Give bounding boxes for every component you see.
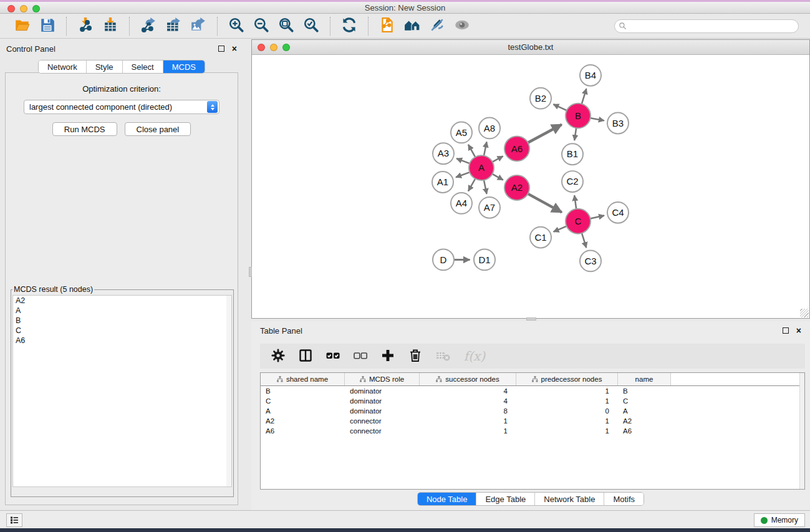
table-row-c[interactable]: Cdominator41C bbox=[261, 396, 804, 406]
cell-successor-nodes[interactable]: 8 bbox=[420, 406, 516, 416]
table-scrollbar[interactable] bbox=[799, 373, 804, 489]
edge-A-A3[interactable] bbox=[456, 158, 470, 163]
graph-node-D[interactable]: D bbox=[433, 249, 454, 271]
show-all-button[interactable] bbox=[452, 16, 472, 36]
edge-B-B2[interactable] bbox=[553, 104, 566, 110]
edge-C-C2[interactable] bbox=[574, 195, 576, 209]
refresh-layout-button[interactable] bbox=[339, 16, 359, 36]
open-file-button[interactable] bbox=[12, 16, 32, 36]
graph-node-A4[interactable]: A4 bbox=[451, 193, 472, 214]
delete-column-button[interactable] bbox=[406, 347, 425, 365]
cell-MCDS-role[interactable]: dominator bbox=[345, 406, 420, 416]
zoom-in-button[interactable] bbox=[226, 16, 246, 36]
edge-A-A8[interactable] bbox=[484, 142, 487, 155]
export-image-button[interactable] bbox=[188, 16, 208, 36]
graph-node-A5[interactable]: A5 bbox=[451, 122, 472, 143]
import-network-button[interactable] bbox=[75, 16, 95, 36]
cell-predecessor-nodes[interactable]: 1 bbox=[516, 426, 618, 436]
table-close-panel-icon[interactable]: × bbox=[796, 327, 801, 334]
export-table-button[interactable] bbox=[163, 16, 183, 36]
split-view-button[interactable] bbox=[296, 347, 315, 365]
cell-successor-nodes[interactable]: 1 bbox=[420, 416, 516, 426]
graph-node-B[interactable]: B bbox=[566, 104, 591, 128]
cell-shared-name[interactable]: B bbox=[261, 386, 345, 396]
zoom-selected-button[interactable] bbox=[301, 16, 321, 36]
hide-selected-button[interactable] bbox=[427, 16, 447, 36]
network-graph[interactable]: B4B2BB3A5A8A6B1A3AC2A1A2A4A7C4CC1DD1C3 bbox=[252, 56, 809, 318]
import-table-button[interactable] bbox=[100, 16, 120, 36]
graph-node-D1[interactable]: D1 bbox=[474, 249, 495, 271]
result-item-b[interactable]: B bbox=[13, 316, 231, 326]
cell-predecessor-nodes[interactable]: 1 bbox=[516, 386, 618, 396]
zoom-window-button[interactable] bbox=[32, 5, 40, 12]
graph-node-A[interactable]: A bbox=[469, 155, 494, 180]
tab-mcds[interactable]: MCDS bbox=[163, 60, 205, 73]
edge-A-A7[interactable] bbox=[484, 180, 487, 194]
edge-C-C1[interactable] bbox=[554, 226, 567, 232]
graph-node-B2[interactable]: B2 bbox=[530, 88, 551, 109]
cell-MCDS-role[interactable]: dominator bbox=[345, 396, 420, 406]
table-row-a2[interactable]: A2connector11A2 bbox=[261, 416, 804, 426]
graph-node-B3[interactable]: B3 bbox=[607, 113, 629, 134]
cell-successor-nodes[interactable]: 1 bbox=[420, 426, 516, 436]
cell-shared-name[interactable]: A bbox=[261, 406, 345, 416]
run-mcds-button[interactable]: Run MCDS bbox=[52, 122, 117, 136]
result-item-a2[interactable]: A2 bbox=[13, 296, 231, 306]
table-tab-network-table[interactable]: Network Table bbox=[535, 493, 604, 505]
cell-successor-nodes[interactable]: 4 bbox=[420, 386, 516, 396]
edge-A2-C[interactable] bbox=[528, 194, 562, 213]
graph-node-B1[interactable]: B1 bbox=[562, 143, 583, 165]
graph-node-A6[interactable]: A6 bbox=[504, 136, 529, 161]
window-resize-grip[interactable] bbox=[800, 309, 809, 317]
cell-name[interactable]: C bbox=[618, 396, 671, 406]
cell-successor-nodes[interactable]: 4 bbox=[420, 396, 516, 406]
task-history-button[interactable] bbox=[6, 513, 22, 527]
home-first-neighbors-button[interactable] bbox=[402, 16, 422, 36]
cell-MCDS-role[interactable]: connector bbox=[345, 416, 420, 426]
add-column-button[interactable] bbox=[378, 347, 397, 365]
network-from-selection-button[interactable] bbox=[377, 16, 397, 36]
edge-A6-B[interactable] bbox=[528, 125, 562, 143]
edge-C-C3[interactable] bbox=[582, 233, 586, 248]
zoom-fit-button[interactable] bbox=[276, 16, 296, 36]
deselect-checkboxes-button[interactable] bbox=[351, 347, 370, 365]
tab-network[interactable]: Network bbox=[39, 60, 87, 73]
settings-gear-button[interactable] bbox=[269, 347, 287, 365]
cell-name[interactable]: B bbox=[618, 386, 671, 396]
edge-B-B4[interactable] bbox=[582, 89, 587, 104]
close-window-button[interactable] bbox=[7, 5, 15, 12]
edge-A-A4[interactable] bbox=[468, 179, 475, 191]
graph-node-A7[interactable]: A7 bbox=[479, 197, 500, 218]
save-session-button[interactable] bbox=[37, 16, 57, 36]
graph-node-C3[interactable]: C3 bbox=[580, 251, 601, 272]
cell-shared-name[interactable]: A2 bbox=[261, 416, 345, 426]
select-all-checkboxes-button[interactable] bbox=[324, 347, 342, 365]
cell-MCDS-role[interactable]: dominator bbox=[345, 386, 420, 396]
zoom-out-button[interactable] bbox=[251, 16, 271, 36]
result-list-scrollbar[interactable] bbox=[226, 296, 231, 486]
cell-shared-name[interactable]: A6 bbox=[261, 426, 345, 436]
split-divider-handle-vertical[interactable] bbox=[249, 267, 252, 277]
result-item-a6[interactable]: A6 bbox=[13, 336, 231, 346]
mcds-result-list[interactable]: A2ABCA6 bbox=[12, 295, 232, 487]
edge-B-B1[interactable] bbox=[574, 128, 576, 140]
cell-predecessor-nodes[interactable]: 1 bbox=[516, 396, 618, 406]
optimization-criterion-dropdown[interactable]: largest connected component (directed) bbox=[24, 100, 219, 114]
cell-name[interactable]: A2 bbox=[618, 416, 671, 426]
table-float-panel-icon[interactable] bbox=[783, 327, 789, 334]
tab-style[interactable]: Style bbox=[87, 60, 123, 73]
graph-node-C[interactable]: C bbox=[566, 209, 591, 234]
column-header-MCDS-role[interactable]: MCDS role bbox=[345, 373, 420, 385]
tab-select[interactable]: Select bbox=[123, 60, 163, 73]
edge-A-A6[interactable] bbox=[493, 156, 503, 162]
network-canvas[interactable]: B4B2BB3A5A8A6B1A3AC2A1A2A4A7C4CC1DD1C3 bbox=[252, 56, 809, 318]
memory-button[interactable]: Memory bbox=[754, 513, 805, 527]
column-header-successor-nodes[interactable]: successor nodes bbox=[420, 373, 516, 385]
edge-C-C4[interactable] bbox=[591, 216, 604, 219]
graph-node-B4[interactable]: B4 bbox=[580, 65, 601, 86]
network-zoom-button[interactable] bbox=[282, 44, 290, 51]
cell-MCDS-role[interactable]: connector bbox=[345, 426, 420, 436]
cell-predecessor-nodes[interactable]: 1 bbox=[516, 416, 618, 426]
graph-node-C4[interactable]: C4 bbox=[607, 202, 629, 223]
cell-name[interactable]: A6 bbox=[618, 426, 671, 436]
